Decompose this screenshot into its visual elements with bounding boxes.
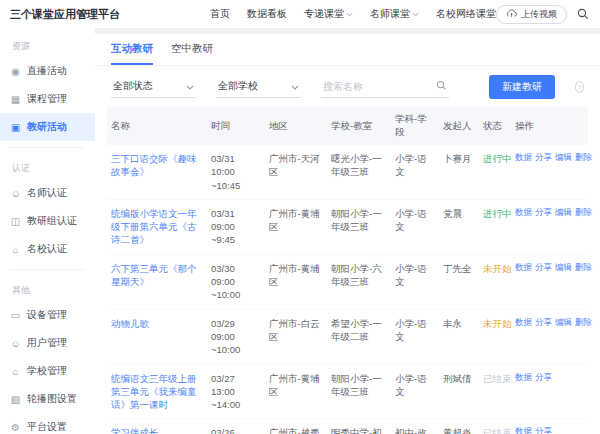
sidebar-item-school-cert[interactable]: ⌂名校认证 <box>0 235 95 263</box>
action-link-data[interactable]: 数据 <box>515 262 532 272</box>
sidebar-item-teacher-cert[interactable]: ☺名师认证 <box>0 179 95 207</box>
cell-name: 学习伴成长 <box>107 419 207 434</box>
column-header: 学科-学段 <box>391 107 439 145</box>
upload-video-button[interactable]: 上传视频 <box>496 5 567 24</box>
nav-item-2[interactable]: 数据看板 <box>247 7 287 21</box>
column-header: 地区 <box>265 107 327 145</box>
help-circle-icon[interactable]: ? <box>575 81 584 93</box>
cell-school-classroom: 希望小学-一年级二班 <box>327 309 391 364</box>
name-search-box <box>321 76 449 98</box>
status-badge: 未开始 <box>483 318 512 329</box>
cell-time: 03/27 13:00~14:00 <box>207 364 265 419</box>
search-icon[interactable] <box>576 7 590 21</box>
school-cert-icon: ⌂ <box>10 244 21 255</box>
tab-2[interactable]: 空中教研 <box>171 34 213 65</box>
name-search-input[interactable] <box>323 81 436 92</box>
action-link-edit[interactable]: 编辑 <box>555 317 572 327</box>
time-line: 03/26 13:00 <box>211 426 261 434</box>
action-link-share[interactable]: 分享 <box>535 372 552 382</box>
action-link-data[interactable]: 数据 <box>515 372 532 382</box>
new-research-button[interactable]: 新建教研 <box>489 75 555 99</box>
status-badge: 未开始 <box>483 263 512 274</box>
tab-1[interactable]: 互动教研 <box>111 34 153 65</box>
sidebar: 资源◉直播活动▦课程管理▣教研活动认证☺名师认证◫教研组认证⌂名校认证其他▭设备… <box>0 28 95 434</box>
table-row: 三下口语交际《趣味故事会》03/31 10:00~10:45广州市-天河区曙光小… <box>107 145 588 199</box>
cell-subject-stage: 小学-语文 <box>391 364 439 419</box>
status-badge: 进行中 <box>483 153 512 164</box>
search-icon[interactable] <box>436 77 447 95</box>
cell-time: 03/31 09:00~9:45 <box>207 199 265 254</box>
nav-item-5[interactable]: 名校网络课堂 <box>436 7 496 21</box>
cell-initiator: 丰永 <box>439 309 479 364</box>
action-link-share[interactable]: 分享 <box>535 317 552 327</box>
action-link-data[interactable]: 数据 <box>515 317 532 327</box>
sidebar-item-label: 教研活动 <box>27 120 67 134</box>
time-line: 03/27 13:00 <box>211 372 261 399</box>
cell-actions: 数据分享编辑删除 <box>511 309 588 364</box>
sidebar-item-group-cert[interactable]: ◫教研组认证 <box>0 207 95 235</box>
sidebar-item-user[interactable]: ☺用户管理 <box>0 329 95 357</box>
action-link-delete[interactable]: 删除 <box>575 207 592 217</box>
action-link-edit[interactable]: 编辑 <box>555 262 572 272</box>
content-card: 互动教研空中教研 全部状态 全部学校 <box>95 34 600 434</box>
sidebar-section-title: 认证 <box>0 154 95 179</box>
action-link-data[interactable]: 数据 <box>515 152 532 162</box>
row-name-link[interactable]: 三下口语交际《趣味故事会》 <box>111 153 197 177</box>
chevron-down-icon <box>412 12 419 17</box>
action-link-share[interactable]: 分享 <box>535 207 552 217</box>
top-header: 三个课堂应用管理平台 首页数据看板专递课堂名师课堂名校网络课堂 上传视频 <box>0 0 600 28</box>
sidebar-divider <box>10 269 85 270</box>
action-link-delete[interactable]: 删除 <box>575 262 592 272</box>
action-link-edit[interactable]: 编辑 <box>555 207 572 217</box>
cell-school-classroom: 曙光小学-一年级三班 <box>327 145 391 199</box>
row-name-link[interactable]: 动物儿歌 <box>111 318 149 329</box>
upload-video-label: 上传视频 <box>521 8 557 21</box>
action-link-data[interactable]: 数据 <box>515 207 532 217</box>
nav-item-4[interactable]: 名师课堂 <box>370 7 419 21</box>
table-row: 学习伴成长03/26 13:00~14:00广州市-越秀区明秀中学-初一三班初中… <box>107 419 588 434</box>
cell-initiator: 卜赛月 <box>439 145 479 199</box>
teacher-cert-icon: ☺ <box>10 188 21 199</box>
action-link-delete[interactable]: 删除 <box>575 152 592 162</box>
cell-status: 已结束 <box>479 419 511 434</box>
sidebar-item-course[interactable]: ▦课程管理 <box>0 85 95 113</box>
action-link-share[interactable]: 分享 <box>535 262 552 272</box>
cell-name: 统编版小学语文一年级下册第六单元《古诗二首》 <box>107 199 207 254</box>
device-icon: ▭ <box>10 310 21 321</box>
action-link-delete[interactable]: 删除 <box>575 317 592 327</box>
header-actions: 上传视频 <box>496 5 600 24</box>
action-link-share[interactable]: 分享 <box>535 426 552 434</box>
school-filter-select[interactable]: 全部学校 <box>216 76 301 98</box>
row-name-link[interactable]: 统编版小学语文一年级下册第六单元《古诗二首》 <box>111 208 197 246</box>
cell-time: 03/30 09:00~10:00 <box>207 254 265 309</box>
action-link-edit[interactable]: 编辑 <box>555 152 572 162</box>
sidebar-item-device[interactable]: ▭设备管理 <box>0 301 95 329</box>
sidebar-item-label: 学校管理 <box>27 364 67 378</box>
nav-item-label: 专递课堂 <box>304 7 344 21</box>
cell-school-classroom: 朝阳小学-一年级三班 <box>327 364 391 419</box>
nav-item-1[interactable]: 首页 <box>210 7 230 21</box>
action-link-data[interactable]: 数据 <box>515 426 532 434</box>
sidebar-item-settings[interactable]: ⚙平台设置 <box>0 413 95 434</box>
row-name-link[interactable]: 统编语文三年级上册第三单元《我来编童话》第一课时 <box>111 373 197 411</box>
cell-actions: 数据分享 <box>511 364 588 419</box>
action-link-share[interactable]: 分享 <box>535 152 552 162</box>
status-filter-select[interactable]: 全部状态 <box>111 76 196 98</box>
sidebar-item-label: 课程管理 <box>27 92 67 106</box>
filter-bar: 全部状态 全部学校 新建 <box>95 66 600 107</box>
cell-actions: 数据分享 <box>511 419 588 434</box>
sidebar-item-live[interactable]: ◉直播活动 <box>0 57 95 85</box>
sidebar-item-research[interactable]: ▣教研活动 <box>0 113 95 141</box>
nav-item-3[interactable]: 专递课堂 <box>304 7 353 21</box>
sidebar-section-title: 资源 <box>0 32 95 57</box>
row-name-link[interactable]: 六下第三单元《那个星期天》 <box>111 263 197 287</box>
time-line: ~9:45 <box>211 233 261 246</box>
row-name-link[interactable]: 学习伴成长 <box>111 427 159 434</box>
sidebar-item-school[interactable]: ⌂学校管理 <box>0 357 95 385</box>
cell-region: 广州市-越秀区 <box>265 419 327 434</box>
sidebar-item-carousel[interactable]: ▧轮播图设置 <box>0 385 95 413</box>
cell-status: 进行中 <box>479 145 511 199</box>
cell-name: 三下口语交际《趣味故事会》 <box>107 145 207 199</box>
school-filter-value: 全部学校 <box>218 79 258 93</box>
cell-subject-stage: 小学-语文 <box>391 199 439 254</box>
